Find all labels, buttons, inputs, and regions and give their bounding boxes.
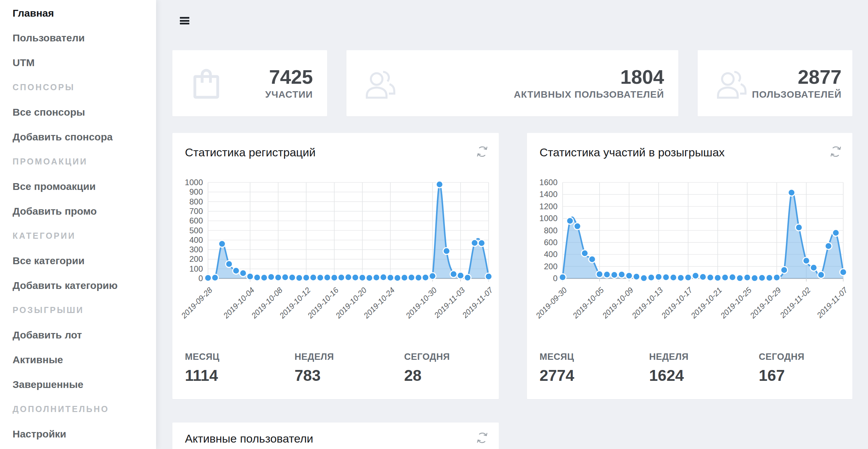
stat-card-0: 7425УЧАСТИИ	[172, 50, 327, 116]
svg-text:1000: 1000	[185, 178, 203, 187]
sidebar-item-15[interactable]: Завершенные	[0, 372, 156, 397]
chart-stat-неделя: НЕДЕЛЯ783	[295, 352, 404, 385]
sidebar-item-11[interactable]: Добавить категорию	[0, 273, 156, 298]
svg-text:900: 900	[189, 187, 203, 196]
svg-text:800: 800	[189, 197, 203, 206]
sidebar-item-14[interactable]: Активные	[0, 347, 156, 372]
sidebar-item-2[interactable]: UTM	[0, 50, 156, 75]
svg-text:400: 400	[189, 235, 203, 245]
stats-row: 7425УЧАСТИИ1804АКТИВНЫХ ПОЛЬЗОВАТЕЛЕЙ287…	[172, 50, 852, 116]
sidebar-item-5[interactable]: Добавить спонсора	[0, 124, 156, 149]
chart-stats: МЕСЯЦ1114НЕДЕЛЯ783СЕГОДНЯ28	[185, 352, 514, 385]
svg-text:300: 300	[189, 245, 203, 254]
svg-text:200: 200	[189, 254, 203, 263]
svg-text:2019-10-13: 2019-10-13	[630, 286, 664, 320]
svg-text:500: 500	[189, 226, 203, 235]
hamburger-bar	[180, 23, 189, 24]
stat-label: УЧАСТИИ	[265, 89, 313, 100]
shopping-bag-icon	[189, 66, 227, 101]
sidebar-item-13[interactable]: Добавить лот	[0, 323, 156, 347]
stat-text: 1804АКТИВНЫХ ПОЛЬЗОВАТЕЛЕЙ	[514, 67, 664, 100]
refresh-icon[interactable]	[475, 431, 489, 445]
stat-value: 2877	[798, 67, 842, 87]
admin-dashboard: ГлавнаяПользователиUTMСПОНСОРЫВсе спонсо…	[0, 0, 868, 449]
svg-text:600: 600	[544, 238, 558, 247]
stat-period-label: НЕДЕЛЯ	[649, 352, 759, 362]
main-content: 7425УЧАСТИИ1804АКТИВНЫХ ПОЛЬЗОВАТЕЛЕЙ287…	[156, 0, 868, 449]
stat-value: 7425	[269, 67, 313, 87]
stat-period-value: 28	[404, 366, 514, 385]
svg-text:1400: 1400	[540, 190, 558, 199]
svg-text:1200: 1200	[540, 202, 558, 211]
svg-text:2019-10-21: 2019-10-21	[689, 286, 723, 320]
svg-text:1000: 1000	[540, 214, 558, 223]
stat-card-2: 2877ПОЛЬЗОВАТЕЛЕЙ	[698, 50, 852, 116]
svg-text:2019-10-05: 2019-10-05	[571, 286, 605, 320]
stat-period-label: МЕСЯЦ	[540, 352, 649, 362]
sidebar-item-0[interactable]: Главная	[0, 1, 156, 25]
sidebar-item-10[interactable]: Все категории	[0, 248, 156, 273]
sidebar-item-8[interactable]: Добавить промо	[0, 199, 156, 223]
charts-row: Статистика регистраций010020030040050060…	[172, 133, 852, 399]
stat-period-label: СЕГОДНЯ	[404, 352, 514, 362]
sidebar-section-6: ПРОМОАКЦИИ	[0, 149, 156, 174]
svg-text:2019-10-30: 2019-10-30	[404, 286, 438, 320]
sidebar-section-16: ДОПОЛНИТЕЛЬНО	[0, 397, 156, 422]
sidebar-item-1[interactable]: Пользователи	[0, 25, 156, 50]
chart-stat-месяц: МЕСЯЦ2774	[540, 352, 649, 385]
svg-text:0: 0	[553, 274, 558, 283]
sidebar-section-12: РОЗЫГРЫШИ	[0, 298, 156, 323]
chart-stat-месяц: МЕСЯЦ1114	[185, 352, 295, 385]
chart-stat-неделя: НЕДЕЛЯ1624	[649, 352, 759, 385]
users-icon	[363, 66, 401, 101]
svg-text:2019-09-30: 2019-09-30	[534, 286, 568, 320]
stat-label: ПОЛЬЗОВАТЕЛЕЙ	[752, 89, 842, 100]
svg-text:2019-11-07: 2019-11-07	[460, 285, 495, 320]
stat-card-1: 1804АКТИВНЫХ ПОЛЬЗОВАТЕЛЕЙ	[346, 50, 678, 116]
chart-title: Статистика участий в розыгрышах	[540, 146, 725, 159]
svg-text:2019-09-28: 2019-09-28	[179, 286, 214, 320]
svg-text:2019-11-02: 2019-11-02	[778, 286, 812, 320]
svg-text:400: 400	[544, 250, 558, 259]
svg-text:2019-10-09: 2019-10-09	[600, 286, 635, 320]
stat-label: АКТИВНЫХ ПОЛЬЗОВАТЕЛЕЙ	[514, 89, 664, 100]
sidebar-item-4[interactable]: Все спонсоры	[0, 100, 156, 124]
stat-period-value: 167	[759, 366, 868, 385]
svg-text:0: 0	[199, 274, 203, 283]
svg-text:600: 600	[189, 216, 203, 225]
stat-period-value: 1624	[649, 366, 759, 385]
svg-text:2019-10-17: 2019-10-17	[659, 285, 694, 320]
svg-text:100: 100	[189, 264, 203, 273]
refresh-icon[interactable]	[829, 144, 843, 159]
stat-period-value: 2774	[540, 366, 649, 385]
chart-title: Статистика регистраций	[185, 146, 316, 159]
svg-text:2019-10-25: 2019-10-25	[718, 286, 753, 320]
stat-period-label: НЕДЕЛЯ	[295, 352, 404, 362]
sidebar-item-7[interactable]: Все промоакции	[0, 174, 156, 199]
chart-stats: МЕСЯЦ2774НЕДЕЛЯ1624СЕГОДНЯ167	[540, 352, 868, 385]
sidebar-section-9: КАТЕГОРИИ	[0, 223, 156, 248]
chart-stat-сегодня: СЕГОДНЯ167	[759, 352, 868, 385]
hamburger-icon[interactable]	[180, 17, 189, 24]
sidebar-item-17[interactable]: Настройки	[0, 422, 156, 446]
chart-card-1: Статистика участий в розыгрышах020040060…	[527, 133, 852, 399]
stat-period-label: СЕГОДНЯ	[759, 352, 868, 362]
card-title: Активные пользователи	[185, 432, 313, 445]
stat-period-value: 783	[295, 366, 404, 385]
svg-text:800: 800	[544, 226, 558, 235]
sidebar-section-3: СПОНСОРЫ	[0, 75, 156, 100]
svg-text:1600: 1600	[540, 178, 558, 187]
active-users-card: Активные пользователи	[172, 423, 499, 449]
svg-text:700: 700	[189, 207, 203, 216]
hamburger-bar	[180, 20, 189, 22]
refresh-icon[interactable]	[475, 144, 489, 159]
svg-text:200: 200	[544, 262, 558, 271]
chart-stat-сегодня: СЕГОДНЯ28	[404, 352, 514, 385]
stat-text: 7425УЧАСТИИ	[265, 67, 313, 100]
stat-text: 2877ПОЛЬЗОВАТЕЛЕЙ	[752, 67, 842, 100]
chart-card-0: Статистика регистраций010020030040050060…	[172, 133, 499, 399]
area-chart: 020040060080010001200140016002019-09-302…	[534, 169, 846, 343]
stat-period-value: 1114	[185, 366, 295, 385]
svg-text:2019-10-29: 2019-10-29	[748, 286, 782, 320]
svg-text:2019-11-07: 2019-11-07	[815, 285, 849, 320]
